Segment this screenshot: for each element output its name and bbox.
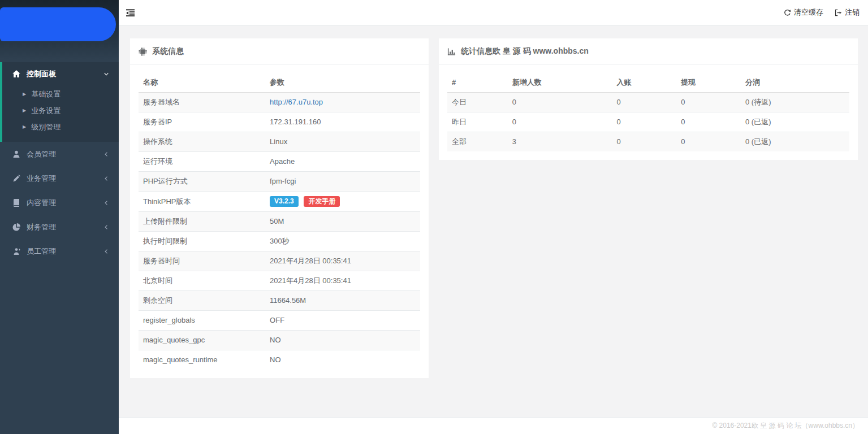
row-value: NO — [265, 350, 420, 370]
page-content: 系统信息 名称 参数 — [119, 25, 868, 417]
table-row: register_globals OFF — [139, 311, 420, 331]
table-row: 执行时间限制 300秒 — [139, 232, 420, 251]
stats-cell: 0 — [612, 93, 677, 112]
submenu-label: 业务设置 — [31, 106, 61, 116]
refresh-icon — [784, 9, 791, 16]
row-label: 运行环境 — [139, 152, 265, 172]
sidebar-subitem-basic-settings[interactable]: ▶ 基础设置 — [2, 86, 119, 102]
bar-chart-icon — [447, 47, 456, 56]
row-label: ThinkPHP版本 — [139, 192, 265, 212]
stats-body: # 新增人数 入账 提现 分润 今日 0 — [439, 64, 858, 160]
thinkphp-version-badge[interactable]: V3.2.3 — [270, 196, 299, 207]
stats-cell: 0 — [508, 112, 612, 132]
server-domain-link[interactable]: http://67.u7u.top — [270, 98, 323, 106]
copyright-text: © 2016-2021欧 皇 源 码 论 坛（www.ohbbs.cn） — [712, 422, 859, 429]
sidebar-item-finance[interactable]: 财务管理 — [0, 215, 119, 239]
row-label: register_globals — [139, 311, 265, 331]
table-row: 服务器IP 172.31.191.160 — [139, 112, 420, 132]
sidebar-item-dashboard[interactable]: 控制面板 — [2, 62, 119, 86]
stats-card: 统计信息欧 皇 源 码 www.ohbbs.cn # 新增人数 入账 提现 — [439, 38, 858, 160]
row-label: PHP运行方式 — [139, 172, 265, 192]
caret-right-icon: ▶ — [23, 108, 26, 113]
stats-table: # 新增人数 入账 提现 分润 今日 0 — [447, 73, 849, 151]
table-row: 全部 3 0 0 0 (已返) — [447, 132, 849, 152]
stats-cell: 0 — [676, 112, 741, 132]
logo-area — [0, 0, 119, 59]
row-value: 2021年4月28日 00:35:41 — [265, 271, 420, 291]
sidebar-item-label: 控制面板 — [27, 69, 56, 79]
row-label: 上传附件限制 — [139, 212, 265, 232]
table-row: 剩余空间 11664.56M — [139, 291, 420, 311]
row-label: 北京时间 — [139, 271, 265, 291]
chevron-left-icon — [103, 199, 110, 206]
row-value: NO — [265, 331, 420, 350]
logout-button[interactable]: 注销 — [835, 7, 860, 18]
top-navbar: 清空缓存 注销 — [119, 0, 868, 25]
stats-cell: 0 — [508, 93, 612, 112]
chevron-left-icon — [103, 175, 110, 182]
sidebar-item-label: 内容管理 — [27, 198, 56, 208]
row-value: 172.31.191.160 — [265, 112, 420, 132]
stats-cell: 全部 — [447, 132, 508, 152]
table-row: 服务器时间 2021年4月28日 00:35:41 — [139, 251, 420, 271]
stats-cell: 0 (待返) — [741, 93, 849, 112]
system-info-body: 名称 参数 服务器域名 http://67.u7u.top — [130, 64, 429, 378]
app-root: 控制面板 ▶ 基础设置 ▶ 业务设置 ▶ — [0, 0, 868, 434]
sign-out-icon — [835, 9, 842, 16]
table-row: 昨日 0 0 0 0 (已返) — [447, 112, 849, 132]
user-icon — [12, 150, 21, 159]
sidebar-menu: 控制面板 ▶ 基础设置 ▶ 业务设置 ▶ — [0, 59, 119, 263]
sidebar-item-staff[interactable]: 员工管理 — [0, 239, 119, 263]
dev-manual-badge[interactable]: 开发手册 — [304, 196, 340, 207]
stats-cell: 0 — [612, 132, 677, 152]
submenu-label: 级别管理 — [31, 122, 61, 132]
stats-col-income: 入账 — [612, 73, 677, 93]
sidebar-item-business[interactable]: 业务管理 — [0, 166, 119, 190]
caret-right-icon: ▶ — [23, 92, 26, 97]
menu-group-dashboard: 控制面板 ▶ 基础设置 ▶ 业务设置 ▶ — [0, 62, 119, 142]
stats-cell: 3 — [508, 132, 612, 152]
table-row: 服务器域名 http://67.u7u.top — [139, 93, 420, 112]
staff-icon — [12, 247, 21, 256]
row-value: 50M — [265, 212, 420, 232]
home-icon — [12, 70, 21, 79]
sidebar-item-label: 员工管理 — [27, 246, 56, 257]
sidebar-item-members[interactable]: 会员管理 — [0, 142, 119, 166]
page-footer: © 2016-2021欧 皇 源 码 论 坛（www.ohbbs.cn） — [119, 417, 868, 434]
table-row: 上传附件限制 50M — [139, 212, 420, 232]
sidebar-subitem-business-settings[interactable]: ▶ 业务设置 — [2, 102, 119, 119]
row-label: 操作系统 — [139, 132, 265, 152]
sidebar-item-label: 业务管理 — [27, 173, 56, 184]
row-value: OFF — [265, 311, 420, 331]
sidebar-toggle-icon[interactable] — [126, 8, 135, 17]
stats-cell: 0 — [612, 112, 677, 132]
system-info-table: 名称 参数 服务器域名 http://67.u7u.top — [139, 73, 420, 370]
sidebar-subitem-level-management[interactable]: ▶ 级别管理 — [2, 119, 119, 135]
table-row: 操作系统 Linux — [139, 132, 420, 152]
clear-cache-button[interactable]: 清空缓存 — [784, 7, 823, 18]
table-row: magic_quotes_gpc NO — [139, 331, 420, 350]
table-row: 北京时间 2021年4月28日 00:35:41 — [139, 271, 420, 291]
logout-label: 注销 — [845, 7, 860, 18]
system-info-title: 系统信息 — [152, 46, 184, 57]
column-header-name: 名称 — [139, 73, 265, 93]
stats-title: 统计信息欧 皇 源 码 www.ohbbs.cn — [461, 46, 589, 57]
sidebar-item-label: 会员管理 — [27, 149, 56, 159]
chevron-left-icon — [103, 248, 110, 255]
pie-chart-icon — [12, 223, 21, 232]
row-value: Apache — [265, 152, 420, 172]
pen-icon — [12, 174, 21, 183]
system-info-card: 系统信息 名称 参数 — [130, 38, 429, 378]
sidebar-item-label: 财务管理 — [27, 222, 56, 232]
stats-cell: 昨日 — [447, 112, 508, 132]
sidebar-item-content[interactable]: 内容管理 — [0, 190, 119, 215]
chevron-left-icon — [103, 224, 110, 231]
stats-cell: 0 — [676, 132, 741, 152]
dashboard-submenu: ▶ 基础设置 ▶ 业务设置 ▶ 级别管理 — [2, 86, 119, 142]
row-value: 2021年4月28日 00:35:41 — [265, 251, 420, 271]
chevron-left-icon — [103, 151, 110, 158]
stats-col-withdraw: 提现 — [676, 73, 741, 93]
row-label: 服务器IP — [139, 112, 265, 132]
row-value: http://67.u7u.top — [265, 93, 420, 112]
stats-cell: 0 (已返) — [741, 132, 849, 152]
